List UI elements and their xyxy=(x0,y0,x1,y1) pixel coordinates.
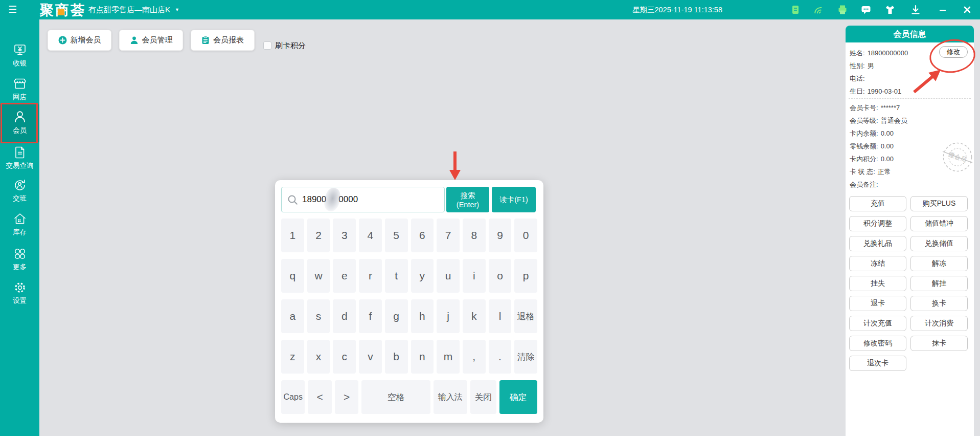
sidebar-item-shop[interactable]: 网店 xyxy=(0,77,39,102)
key-x[interactable]: x xyxy=(307,340,330,374)
key-i[interactable]: i xyxy=(463,259,486,293)
field-card-status: 卡 状 态:正常 xyxy=(850,167,891,177)
key-k[interactable]: k xyxy=(463,299,486,333)
key-f[interactable]: f xyxy=(359,299,382,333)
sidebar-item-cashier[interactable]: 收银 xyxy=(0,43,39,68)
change-card-button[interactable]: 换卡 xyxy=(910,296,968,311)
recharge-button[interactable]: 充值 xyxy=(849,196,906,211)
key-z[interactable]: z xyxy=(281,340,304,374)
cancel-loss-button[interactable]: 解挂 xyxy=(910,276,968,291)
field-birthday: 生日:1990-03-01 xyxy=(850,87,901,96)
shirt-icon[interactable] xyxy=(884,4,896,15)
close-icon[interactable] xyxy=(962,4,973,15)
freeze-button[interactable]: 冻结 xyxy=(849,256,906,271)
key-u[interactable]: u xyxy=(437,259,460,293)
key-close[interactable]: 关闭 xyxy=(470,380,496,414)
wipe-card-button[interactable]: 抹卡 xyxy=(910,336,968,351)
sidebar-item-member[interactable]: 会员 xyxy=(0,104,39,142)
key-confirm[interactable]: 确定 xyxy=(499,380,537,414)
key-caps[interactable]: Caps xyxy=(281,380,305,414)
sidebar-item-shift[interactable]: 交班 xyxy=(0,178,39,203)
key-h[interactable]: h xyxy=(411,299,434,333)
key-r[interactable]: r xyxy=(359,259,382,293)
key-comma[interactable]: , xyxy=(463,340,486,374)
count-consume-button[interactable]: 计次消费 xyxy=(910,316,968,331)
read-card-button[interactable]: 读卡(F1) xyxy=(492,187,536,212)
printer-icon[interactable] xyxy=(837,4,848,15)
wifi-icon[interactable] xyxy=(813,4,824,15)
key-c[interactable]: c xyxy=(333,340,356,374)
refund-count-card-button[interactable]: 退次卡 xyxy=(849,356,906,371)
points-adjust-button[interactable]: 积分调整 xyxy=(849,216,906,231)
key-4[interactable]: 4 xyxy=(359,219,382,252)
field-member-remark: 会员备注: xyxy=(850,180,881,189)
key-5[interactable]: 5 xyxy=(385,219,408,252)
sidebar-item-settings[interactable]: 设置 xyxy=(0,280,39,306)
message-icon[interactable] xyxy=(860,4,872,15)
sidebar-item-more[interactable]: 更多 xyxy=(0,247,39,272)
shop-icon xyxy=(13,77,27,91)
cashier-icon xyxy=(13,43,27,57)
manage-member-button[interactable]: 会员管理 xyxy=(119,30,183,51)
key-t[interactable]: t xyxy=(385,259,408,293)
key-l[interactable]: l xyxy=(489,299,512,333)
store-selector[interactable]: 有点甜零售店—南山店K▼ xyxy=(88,0,179,19)
member-report-button[interactable]: 会员报表 xyxy=(191,30,255,51)
key-j[interactable]: j xyxy=(437,299,460,333)
key-1[interactable]: 1 xyxy=(281,219,304,252)
key-space[interactable]: 空格 xyxy=(361,380,430,414)
key-s[interactable]: s xyxy=(307,299,330,333)
inventory-icon xyxy=(13,212,27,226)
count-recharge-button[interactable]: 计次充值 xyxy=(849,316,906,331)
key-6[interactable]: 6 xyxy=(411,219,434,252)
key-backspace[interactable]: 退格 xyxy=(514,299,537,333)
swipe-points-checkbox[interactable] xyxy=(263,41,271,50)
search-input[interactable]: 18900 0000 xyxy=(281,187,445,212)
key-9[interactable]: 9 xyxy=(489,219,512,252)
receipt-icon[interactable] xyxy=(790,4,801,15)
key-o[interactable]: o xyxy=(489,259,512,293)
add-member-button[interactable]: 新增会员 xyxy=(48,30,111,51)
report-loss-button[interactable]: 挂失 xyxy=(849,276,906,291)
download-icon[interactable] xyxy=(910,4,921,15)
sidebar-item-transactions[interactable]: 交易查询 xyxy=(0,145,39,170)
return-card-button[interactable]: 退卡 xyxy=(849,296,906,311)
minimize-icon[interactable] xyxy=(937,5,948,16)
key-e[interactable]: e xyxy=(333,259,356,293)
key-period[interactable]: . xyxy=(489,340,512,374)
key-clear[interactable]: 清除 xyxy=(514,340,537,374)
key-left-angle[interactable]: < xyxy=(308,380,331,414)
key-d[interactable]: d xyxy=(333,299,356,333)
redeem-stored-value-button[interactable]: 兑换储值 xyxy=(910,236,968,251)
sidebar-item-label: 会员 xyxy=(13,126,27,135)
key-a[interactable]: a xyxy=(281,299,304,333)
key-3[interactable]: 3 xyxy=(333,219,356,252)
menu-icon[interactable]: ☰ xyxy=(8,0,17,19)
buy-plus-button[interactable]: 购买PLUS xyxy=(910,196,968,211)
store-name: 有点甜零售店—南山店K xyxy=(88,5,170,14)
key-q[interactable]: q xyxy=(281,259,304,293)
key-w[interactable]: w xyxy=(307,259,330,293)
key-b[interactable]: b xyxy=(385,340,408,374)
key-2[interactable]: 2 xyxy=(307,219,330,252)
field-member-level: 会员等级:普通会员 xyxy=(850,116,907,125)
key-right-angle[interactable]: > xyxy=(335,380,358,414)
datetime-label: 星期三2025-11-19 11:13:58 xyxy=(632,0,722,19)
key-p[interactable]: p xyxy=(514,259,537,293)
sidebar-item-inventory[interactable]: 库存 xyxy=(0,212,39,237)
change-password-button[interactable]: 修改密码 xyxy=(849,336,906,351)
key-v[interactable]: v xyxy=(359,340,382,374)
key-7[interactable]: 7 xyxy=(437,219,460,252)
key-8[interactable]: 8 xyxy=(463,219,486,252)
edit-member-button[interactable]: 修改 xyxy=(939,46,968,58)
key-n[interactable]: n xyxy=(411,340,434,374)
key-0[interactable]: 0 xyxy=(514,219,537,252)
key-y[interactable]: y xyxy=(411,259,434,293)
search-button[interactable]: 搜索(Enter) xyxy=(446,187,489,212)
redeem-gift-button[interactable]: 兑换礼品 xyxy=(849,236,906,251)
key-m[interactable]: m xyxy=(437,340,460,374)
key-ime[interactable]: 输入法 xyxy=(434,380,467,414)
stored-value-correction-button[interactable]: 储值错冲 xyxy=(910,216,968,231)
key-g[interactable]: g xyxy=(385,299,408,333)
unfreeze-button[interactable]: 解冻 xyxy=(910,256,968,271)
